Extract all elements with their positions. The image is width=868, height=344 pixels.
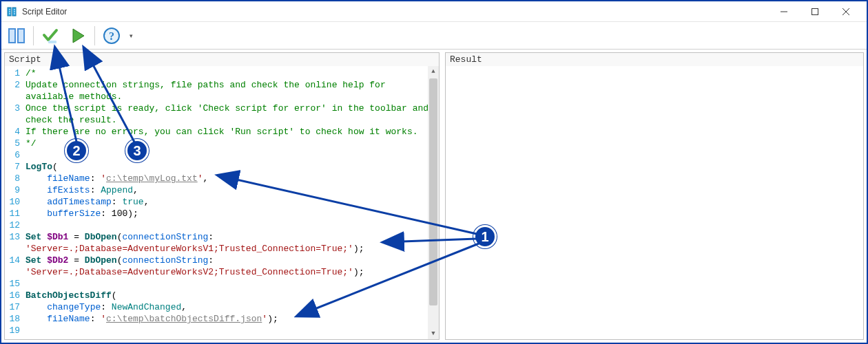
line-number: 14 — [5, 255, 20, 266]
annotation-callout-1: 1 — [473, 225, 497, 248]
window-controls — [768, 1, 861, 22]
line-number: 4 — [5, 126, 20, 138]
line-gutter: 12345678910111213141516171819 — [5, 66, 23, 339]
line-number — [5, 243, 20, 255]
check-script-button[interactable] — [39, 25, 61, 47]
line-number: 17 — [5, 301, 20, 313]
code-line[interactable]: Set $Db2 = DbOpen(connectionString: — [25, 255, 436, 266]
svg-marker-15 — [73, 29, 84, 43]
code-line[interactable]: BatchObjectsDiff( — [25, 290, 436, 301]
check-script-icon — [41, 27, 59, 45]
panel-toggle-button[interactable] — [6, 25, 28, 47]
line-number: 1 — [5, 67, 20, 79]
svg-text:?: ? — [109, 30, 114, 42]
code-line[interactable]: Once the script is ready, click 'Check s… — [25, 103, 436, 114]
code-line[interactable]: If there are no errors, you can click 'R… — [25, 126, 436, 138]
line-number: 11 — [5, 208, 20, 219]
code-line[interactable]: Update connection strings, file paths an… — [25, 79, 436, 91]
code-line[interactable]: fileName: 'c:\temp\batchObjectsDiff.json… — [25, 313, 436, 325]
svg-rect-14 — [48, 41, 56, 43]
result-pane-header: Result — [446, 53, 863, 66]
line-number: 19 — [5, 325, 20, 336]
script-pane-header: Script — [5, 53, 439, 66]
line-number — [5, 114, 20, 126]
line-number — [5, 91, 20, 103]
svg-rect-13 — [18, 29, 24, 43]
line-number: 6 — [5, 149, 20, 161]
scroll-up-button[interactable]: ▲ — [428, 66, 439, 77]
result-pane: Result — [445, 52, 864, 340]
scrollbar-thumb[interactable] — [429, 78, 437, 305]
code-line[interactable]: 'Server=.;Database=AdventureWorksV2;Trus… — [25, 266, 436, 278]
code-line[interactable]: changeType: NewAndChanged, — [25, 301, 436, 313]
code-line[interactable] — [25, 219, 436, 231]
annotation-callout-2: 2 — [65, 139, 88, 162]
panel-toggle-icon — [8, 27, 25, 45]
line-number: 5 — [5, 138, 20, 149]
line-number: 8 — [5, 173, 20, 184]
line-number: 16 — [5, 290, 20, 301]
line-number: 12 — [5, 219, 20, 231]
code-editor[interactable]: 12345678910111213141516171819 /*Update c… — [5, 66, 439, 339]
code-line[interactable]: check the result. — [25, 114, 436, 126]
code-line[interactable]: fileName: 'c:\temp\myLog.txt', — [25, 173, 436, 184]
line-number: 15 — [5, 278, 20, 290]
code-line[interactable] — [25, 278, 436, 290]
minimize-button[interactable] — [768, 1, 799, 22]
code-line[interactable]: /* — [25, 67, 436, 79]
svg-rect-9 — [812, 8, 818, 14]
code-line[interactable]: ifExists: Append, — [25, 184, 436, 196]
maximize-button[interactable] — [799, 1, 830, 22]
line-number: 10 — [5, 196, 20, 208]
window-title: Script Editor — [22, 7, 768, 17]
toolbar: ? ▾ — [1, 22, 867, 50]
line-number: 2 — [5, 79, 20, 91]
code-line[interactable]: addTimestamp: true, — [25, 196, 436, 208]
toolbar-separator — [33, 26, 34, 45]
line-number — [5, 266, 20, 278]
script-pane: Script 12345678910111213141516171819 /*U… — [4, 52, 440, 340]
scroll-down-button[interactable]: ▼ — [428, 328, 439, 339]
line-number: 7 — [5, 161, 20, 173]
app-icon — [7, 6, 18, 17]
code-line[interactable]: available methods. — [25, 91, 436, 103]
annotation-callout-3: 3 — [125, 139, 149, 162]
code-area[interactable]: /*Update connection strings, file paths … — [23, 66, 439, 339]
toolbar-separator — [94, 26, 95, 45]
code-line[interactable]: Set $Db1 = DbOpen(connectionString: — [25, 231, 436, 243]
code-line[interactable] — [25, 325, 436, 336]
run-script-button[interactable] — [67, 25, 89, 47]
run-script-icon — [69, 27, 87, 45]
close-button[interactable] — [830, 1, 861, 22]
line-number: 13 — [5, 231, 20, 243]
vertical-scrollbar[interactable]: ▲ ▼ — [428, 66, 439, 339]
code-line[interactable]: 'Server=.;Database=AdventureWorksV1;Trus… — [25, 243, 436, 255]
line-number: 18 — [5, 313, 20, 325]
line-number: 3 — [5, 103, 20, 114]
help-button[interactable]: ? — [101, 25, 123, 47]
code-line[interactable]: LogTo( — [25, 161, 436, 173]
chevron-down-icon[interactable]: ▾ — [130, 32, 133, 39]
line-number: 9 — [5, 184, 20, 196]
main-area: Script 12345678910111213141516171819 /*U… — [1, 50, 867, 343]
code-line[interactable]: bufferSize: 100); — [25, 208, 436, 219]
help-icon: ? — [103, 27, 121, 45]
result-area — [446, 66, 863, 339]
titlebar: Script Editor — [1, 1, 867, 22]
svg-rect-12 — [9, 29, 15, 43]
